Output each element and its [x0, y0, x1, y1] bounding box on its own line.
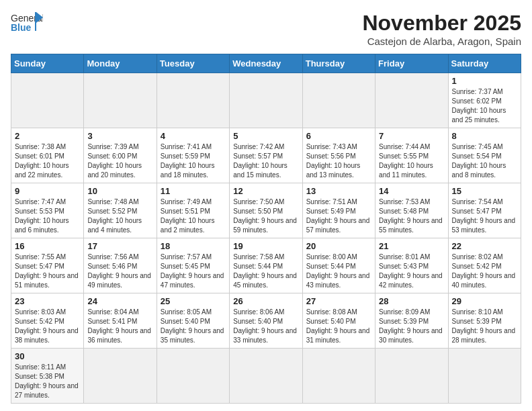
weekday-header-monday: Monday [84, 54, 157, 73]
weekday-header-thursday: Thursday [302, 54, 375, 73]
calendar-cell: 9Sunrise: 7:47 AM Sunset: 5:53 PM Daylig… [11, 183, 84, 238]
day-number: 17 [87, 241, 152, 251]
day-info: Sunrise: 7:58 AM Sunset: 5:44 PM Dayligh… [233, 253, 298, 290]
calendar-cell: 29Sunrise: 8:10 AM Sunset: 5:39 PM Dayli… [448, 293, 521, 349]
calendar-cell: 21Sunrise: 8:01 AM Sunset: 5:43 PM Dayli… [375, 238, 448, 293]
calendar-cell [157, 73, 229, 128]
calendar-cell [375, 349, 448, 404]
day-info: Sunrise: 7:48 AM Sunset: 5:52 PM Dayligh… [87, 197, 152, 235]
calendar-cell: 7Sunrise: 7:44 AM Sunset: 5:55 PM Daylig… [375, 128, 448, 183]
day-info: Sunrise: 7:45 AM Sunset: 5:54 PM Dayligh… [452, 142, 517, 180]
calendar-cell: 25Sunrise: 8:05 AM Sunset: 5:40 PM Dayli… [157, 293, 229, 349]
calendar-cell: 20Sunrise: 8:00 AM Sunset: 5:44 PM Dayli… [302, 238, 375, 293]
calendar: SundayMondayTuesdayWednesdayThursdayFrid… [11, 54, 521, 404]
day-number: 16 [15, 241, 80, 251]
day-number: 25 [161, 296, 226, 306]
calendar-cell [84, 349, 157, 404]
calendar-cell: 18Sunrise: 7:57 AM Sunset: 5:45 PM Dayli… [157, 238, 229, 293]
weekday-header-sunday: Sunday [11, 54, 84, 73]
day-number: 7 [379, 131, 444, 141]
day-info: Sunrise: 7:53 AM Sunset: 5:48 PM Dayligh… [379, 197, 444, 235]
calendar-cell: 22Sunrise: 8:02 AM Sunset: 5:42 PM Dayli… [448, 238, 521, 293]
day-info: Sunrise: 7:39 AM Sunset: 6:00 PM Dayligh… [87, 142, 152, 180]
svg-text:Blue: Blue [11, 22, 32, 33]
day-info: Sunrise: 7:44 AM Sunset: 5:55 PM Dayligh… [379, 142, 444, 180]
day-info: Sunrise: 7:49 AM Sunset: 5:51 PM Dayligh… [161, 197, 226, 235]
week-row-2: 9Sunrise: 7:47 AM Sunset: 5:53 PM Daylig… [11, 183, 521, 238]
weekday-header-wednesday: Wednesday [230, 54, 302, 73]
calendar-cell: 1Sunrise: 7:37 AM Sunset: 6:02 PM Daylig… [448, 73, 521, 128]
calendar-cell: 11Sunrise: 7:49 AM Sunset: 5:51 PM Dayli… [157, 183, 229, 238]
day-number: 9 [15, 186, 80, 196]
calendar-cell: 8Sunrise: 7:45 AM Sunset: 5:54 PM Daylig… [448, 128, 521, 183]
day-number: 14 [379, 186, 444, 196]
calendar-cell [448, 349, 521, 404]
day-info: Sunrise: 7:41 AM Sunset: 5:59 PM Dayligh… [161, 142, 226, 180]
day-number: 23 [15, 296, 80, 306]
day-info: Sunrise: 7:43 AM Sunset: 5:56 PM Dayligh… [306, 142, 371, 180]
calendar-cell: 14Sunrise: 7:53 AM Sunset: 5:48 PM Dayli… [375, 183, 448, 238]
day-number: 24 [87, 296, 152, 306]
calendar-cell: 23Sunrise: 8:03 AM Sunset: 5:42 PM Dayli… [11, 293, 84, 349]
svg-rect-3 [35, 12, 36, 31]
week-row-5: 30Sunrise: 8:11 AM Sunset: 5:38 PM Dayli… [11, 349, 521, 404]
day-number: 12 [233, 186, 298, 196]
day-number: 29 [452, 296, 517, 306]
day-info: Sunrise: 7:38 AM Sunset: 6:01 PM Dayligh… [15, 142, 80, 180]
day-info: Sunrise: 8:05 AM Sunset: 5:40 PM Dayligh… [161, 308, 226, 345]
calendar-cell: 12Sunrise: 7:50 AM Sunset: 5:50 PM Dayli… [230, 183, 302, 238]
calendar-cell: 19Sunrise: 7:58 AM Sunset: 5:44 PM Dayli… [230, 238, 302, 293]
day-info: Sunrise: 7:56 AM Sunset: 5:46 PM Dayligh… [87, 253, 152, 290]
calendar-cell: 10Sunrise: 7:48 AM Sunset: 5:52 PM Dayli… [84, 183, 157, 238]
day-number: 28 [379, 296, 444, 306]
calendar-cell: 26Sunrise: 8:06 AM Sunset: 5:40 PM Dayli… [230, 293, 302, 349]
day-number: 8 [452, 131, 517, 141]
week-row-1: 2Sunrise: 7:38 AM Sunset: 6:01 PM Daylig… [11, 128, 521, 183]
day-number: 19 [233, 241, 298, 251]
month-title: November 2025 [362, 11, 521, 36]
weekday-header-tuesday: Tuesday [157, 54, 229, 73]
day-info: Sunrise: 7:55 AM Sunset: 5:47 PM Dayligh… [15, 253, 80, 290]
day-info: Sunrise: 7:57 AM Sunset: 5:45 PM Dayligh… [161, 253, 226, 290]
day-info: Sunrise: 8:02 AM Sunset: 5:42 PM Dayligh… [452, 253, 517, 290]
weekday-header-row: SundayMondayTuesdayWednesdayThursdayFrid… [11, 54, 521, 73]
day-info: Sunrise: 8:00 AM Sunset: 5:44 PM Dayligh… [306, 253, 371, 290]
calendar-cell: 2Sunrise: 7:38 AM Sunset: 6:01 PM Daylig… [11, 128, 84, 183]
calendar-cell: 30Sunrise: 8:11 AM Sunset: 5:38 PM Dayli… [11, 349, 84, 404]
day-number: 2 [15, 131, 80, 141]
title-area: November 2025 Castejon de Alarba, Aragon… [362, 11, 521, 47]
day-info: Sunrise: 8:09 AM Sunset: 5:39 PM Dayligh… [379, 308, 444, 345]
day-info: Sunrise: 8:04 AM Sunset: 5:41 PM Dayligh… [87, 308, 152, 345]
calendar-cell: 17Sunrise: 7:56 AM Sunset: 5:46 PM Dayli… [84, 238, 157, 293]
day-info: Sunrise: 7:54 AM Sunset: 5:47 PM Dayligh… [452, 197, 517, 235]
calendar-cell [375, 73, 448, 128]
calendar-cell [157, 349, 229, 404]
day-info: Sunrise: 8:03 AM Sunset: 5:42 PM Dayligh… [15, 308, 80, 345]
day-info: Sunrise: 8:06 AM Sunset: 5:40 PM Dayligh… [233, 308, 298, 345]
calendar-cell: 24Sunrise: 8:04 AM Sunset: 5:41 PM Dayli… [84, 293, 157, 349]
calendar-cell: 13Sunrise: 7:51 AM Sunset: 5:49 PM Dayli… [302, 183, 375, 238]
day-number: 3 [87, 131, 152, 141]
day-number: 26 [233, 296, 298, 306]
weekday-header-friday: Friday [375, 54, 448, 73]
calendar-cell: 28Sunrise: 8:09 AM Sunset: 5:39 PM Dayli… [375, 293, 448, 349]
day-number: 18 [161, 241, 226, 251]
day-number: 4 [161, 131, 226, 141]
day-info: Sunrise: 8:11 AM Sunset: 5:38 PM Dayligh… [15, 363, 80, 400]
day-info: Sunrise: 7:50 AM Sunset: 5:50 PM Dayligh… [233, 197, 298, 235]
calendar-cell [302, 349, 375, 404]
calendar-cell: 15Sunrise: 7:54 AM Sunset: 5:47 PM Dayli… [448, 183, 521, 238]
day-number: 15 [452, 186, 517, 196]
day-number: 27 [306, 296, 371, 306]
calendar-cell: 16Sunrise: 7:55 AM Sunset: 5:47 PM Dayli… [11, 238, 84, 293]
day-number: 30 [15, 351, 80, 361]
calendar-cell: 6Sunrise: 7:43 AM Sunset: 5:56 PM Daylig… [302, 128, 375, 183]
day-number: 5 [233, 131, 298, 141]
day-info: Sunrise: 7:51 AM Sunset: 5:49 PM Dayligh… [306, 197, 371, 235]
weekday-header-saturday: Saturday [448, 54, 521, 73]
day-info: Sunrise: 7:47 AM Sunset: 5:53 PM Dayligh… [15, 197, 80, 235]
day-number: 6 [306, 131, 371, 141]
day-number: 11 [161, 186, 226, 196]
calendar-cell [302, 73, 375, 128]
week-row-0: 1Sunrise: 7:37 AM Sunset: 6:02 PM Daylig… [11, 73, 521, 128]
